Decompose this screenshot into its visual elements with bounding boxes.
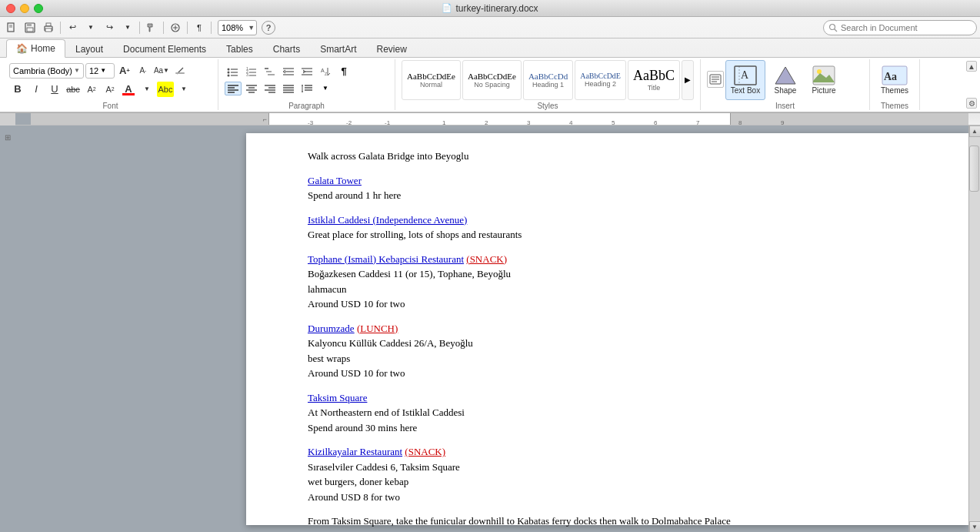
svg-point-17 xyxy=(228,68,230,70)
document-container[interactable]: Walk across Galata Bridge into Beyoglu G… xyxy=(15,125,968,532)
ruler-tab-stop[interactable]: ⌐ xyxy=(263,115,267,123)
tab-home[interactable]: 🏠 Home xyxy=(6,39,65,58)
underline-button[interactable]: U xyxy=(46,82,63,97)
text-color-dropdown[interactable]: ▼ xyxy=(138,82,155,97)
tab-document-elements[interactable]: Document Elements xyxy=(113,40,216,58)
paragraph-marks-button[interactable]: ¶ xyxy=(191,20,208,35)
clear-format-button[interactable] xyxy=(172,63,188,79)
highlight-button[interactable]: Abc xyxy=(157,82,174,97)
text-box-button[interactable]: A Text Box xyxy=(725,60,765,100)
sort-button[interactable]: AZ xyxy=(317,65,334,79)
shrink-font-button[interactable]: A- xyxy=(135,63,152,79)
save-button[interactable] xyxy=(22,20,38,35)
zoom-dropdown-arrow[interactable]: ▼ xyxy=(246,24,256,32)
scroll-track[interactable] xyxy=(969,137,981,521)
undo-dropdown-button[interactable]: ▼ xyxy=(82,20,99,35)
text-color-button[interactable]: A xyxy=(120,82,137,97)
superscript-button[interactable]: A2 xyxy=(83,82,100,97)
maximize-button[interactable] xyxy=(34,4,43,13)
bold-button[interactable]: B xyxy=(9,82,26,97)
font-name-selector[interactable]: Cambria (Body) ▼ xyxy=(9,63,84,79)
search-input[interactable] xyxy=(841,23,964,32)
styles-scroll-button[interactable]: ▶ xyxy=(682,60,694,100)
style-heading1[interactable]: AaBbCcDd Heading 1 xyxy=(523,60,573,100)
style-no-spacing[interactable]: AaBbCcDdEe No Spacing xyxy=(462,60,522,100)
tab-review[interactable]: Review xyxy=(366,40,416,58)
svg-point-19 xyxy=(228,71,230,73)
style-h2-preview: AaBbCcDdE xyxy=(580,72,621,80)
scroll-down-button[interactable]: ▼ xyxy=(969,521,981,532)
search-box[interactable] xyxy=(823,20,977,35)
ribbon-collapse-gear[interactable]: ⚙ xyxy=(966,98,977,109)
insert-group-label: Insert xyxy=(707,100,863,110)
text-tophane-food: lahmacun xyxy=(308,283,347,295)
layout-tab-label: Layout xyxy=(75,44,103,55)
shape-button[interactable]: Shape xyxy=(767,60,804,100)
tab-smartart[interactable]: SmartArt xyxy=(310,40,366,58)
format-paint-button[interactable] xyxy=(143,20,160,35)
zoom-control[interactable]: 108% ▼ xyxy=(218,20,257,35)
subscript-button[interactable]: A2 xyxy=(102,82,118,97)
grow-font-button[interactable]: A+ xyxy=(116,63,133,79)
search-area xyxy=(823,20,977,35)
minimize-button[interactable] xyxy=(20,4,29,13)
document-page: Walk across Galata Bridge into Beyoglu G… xyxy=(246,133,968,525)
show-formatting-button[interactable]: ¶ xyxy=(335,65,352,79)
italic-button[interactable]: I xyxy=(28,82,45,97)
text-tophane-price: Around USD 10 for two xyxy=(308,298,405,309)
multilevel-list-button[interactable] xyxy=(262,65,278,79)
link-tophane[interactable]: Tophane (Ismail) Kebapcisi Restaurant xyxy=(308,253,464,265)
new-document-button[interactable] xyxy=(3,20,20,35)
link-durumzade[interactable]: Durumzade xyxy=(308,323,355,334)
link-galata-tower[interactable]: Galata Tower xyxy=(308,175,362,186)
para-row-1: 1.2.3. AZ ¶ xyxy=(225,65,352,79)
styles-pane-button[interactable] xyxy=(707,71,724,88)
scroll-thumb[interactable] xyxy=(969,146,979,192)
redo-button[interactable]: ↪ xyxy=(101,20,118,35)
align-right-button[interactable] xyxy=(262,82,278,95)
style-no-spacing-label: No Spacing xyxy=(474,81,510,89)
close-button[interactable] xyxy=(6,4,15,13)
font-size-selector[interactable]: 12 ▼ xyxy=(85,63,115,79)
numbering-button[interactable]: 1.2.3. xyxy=(243,65,260,79)
indent-less-button[interactable] xyxy=(280,65,297,79)
align-left-button[interactable] xyxy=(225,82,242,95)
toolbar-separator-5 xyxy=(211,22,212,34)
picture-button[interactable]: Picture xyxy=(805,60,842,100)
svg-point-21 xyxy=(228,74,230,76)
center-align-button[interactable] xyxy=(243,82,260,95)
justify-button[interactable] xyxy=(280,82,297,95)
style-normal[interactable]: AaBbCcDdEe Normal xyxy=(402,60,461,100)
tab-layout[interactable]: Layout xyxy=(65,40,113,58)
tab-tables[interactable]: Tables xyxy=(216,40,263,58)
change-case-button[interactable]: Aa▼ xyxy=(153,63,170,79)
tab-charts[interactable]: Charts xyxy=(263,40,310,58)
link-kizilkayalar[interactable]: Kizilkayalar Restaurant xyxy=(308,446,402,457)
themes-button[interactable]: Aa Themes xyxy=(876,60,913,100)
strikethrough-button[interactable]: abc xyxy=(65,82,82,97)
line-spacing-button[interactable] xyxy=(298,82,315,95)
style-h1-preview: AaBbCcDd xyxy=(528,72,568,81)
link-taksim[interactable]: Taksim Square xyxy=(308,392,367,403)
quick-access-toolbar: ↩ ▼ ↪ ▼ ¶ 108% ▼ ? xyxy=(0,17,980,38)
text-walk-galata: Walk across Galata Bridge into Beyoglu xyxy=(308,150,468,162)
svg-point-68 xyxy=(817,69,822,74)
style-heading2[interactable]: AaBbCcDdE Heading 2 xyxy=(575,60,626,100)
font-name-arrow: ▼ xyxy=(74,67,80,74)
bullets-button[interactable] xyxy=(225,65,242,79)
line-spacing-dropdown[interactable]: ▼ xyxy=(317,82,334,95)
ruler-content[interactable]: // Will be generated by JS below -3 -2 -… xyxy=(269,113,730,125)
vertical-scrollbar[interactable]: ▲ ▼ xyxy=(968,125,980,532)
print-button[interactable] xyxy=(40,20,57,35)
scroll-up-button[interactable]: ▲ xyxy=(969,125,981,137)
page-nav-icon[interactable]: ⊞ xyxy=(5,133,11,142)
indent-more-button[interactable] xyxy=(298,65,315,79)
ribbon-collapse-up[interactable]: ▲ xyxy=(966,61,977,72)
link-istiklal[interactable]: Istiklal Caddesi (Independence Avenue) xyxy=(308,214,467,226)
style-title[interactable]: AaBbC Title xyxy=(628,60,680,100)
redo-dropdown-button[interactable]: ▼ xyxy=(119,20,136,35)
highlight-dropdown[interactable]: ▼ xyxy=(175,82,192,97)
customize-button[interactable] xyxy=(167,20,184,35)
undo-button[interactable]: ↩ xyxy=(64,20,81,35)
help-button[interactable]: ? xyxy=(262,21,275,35)
